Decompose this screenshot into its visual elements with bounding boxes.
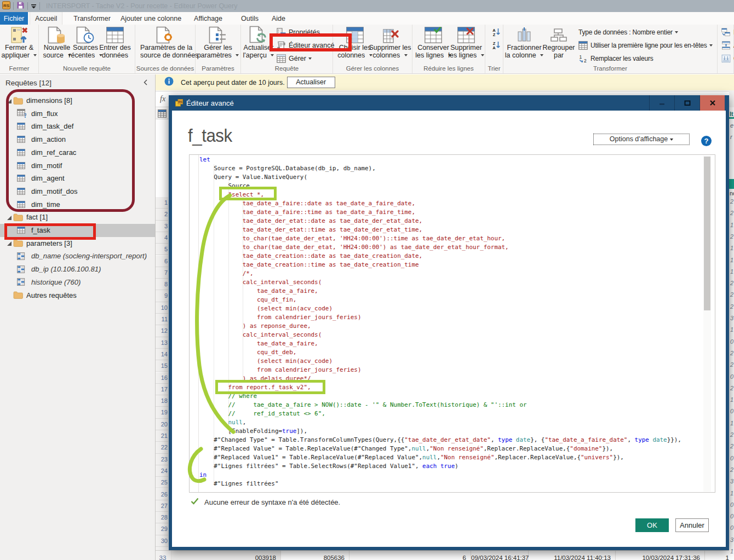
tree-expanded-icon[interactable]: [7, 212, 12, 222]
collapse-pane-icon[interactable]: [143, 78, 148, 87]
grid-cell: 805636: [281, 551, 349, 560]
tree-expanded-icon[interactable]: [7, 238, 12, 248]
menu-tab-affichage[interactable]: Affichage: [189, 12, 227, 25]
ribbon-button-a[interactable]: A: [721, 40, 734, 51]
grid-row-number: 6: [156, 256, 168, 267]
ribbon-button-type-de-données-nombre-entier[interactable]: Type de données : Nombre entier: [578, 27, 678, 38]
info-icon: [164, 77, 174, 88]
query-item-dim-ref-carac[interactable]: dim_ref_carac: [0, 146, 155, 159]
query-item-db-name-socleng-intersport-report[interactable]: db_name (socleng-intersport_report): [0, 250, 155, 263]
grid-row-number: 3: [156, 221, 168, 232]
code-editor-scrollbar[interactable]: [703, 155, 711, 492]
ribbon-button-utiliser-la-première-ligne-pour-les-en-têtes[interactable]: Utiliser la première ligne pour les en-t…: [578, 40, 713, 51]
grid-row-number: 8: [156, 279, 168, 290]
query-item-autres-requ-tes[interactable]: Autres requêtes: [0, 288, 155, 302]
menu-tab-aide[interactable]: Aide: [267, 12, 290, 25]
power-query-editor-window: RS INTERSPORT - Tache V2 - Pour recette …: [0, 0, 734, 560]
menu-tab-outils[interactable]: Outils: [236, 12, 263, 25]
grid-bottom-row: 33003918805636609/03/2024 16:41:3711/03/…: [156, 550, 734, 560]
grid-cell: 6: [349, 551, 471, 560]
ribbon-button-supprimer-les-lignes[interactable]: Supprimerles lignes: [441, 26, 491, 59]
ribbon-button-paramètres-de-la-source-de-données[interactable]: Paramètres de lasource de données: [140, 26, 191, 59]
queries-pane: Requêtes [12] dimensions [8]?dim_fluxdim…: [0, 74, 156, 560]
menu-tab-ajouter-une-colonne[interactable]: Ajouter une colonne: [116, 12, 186, 25]
query-item-label: parameters [3]: [26, 239, 72, 247]
ribbon-button-c[interactable]: C: [721, 53, 734, 64]
grid-row-number: 2: [156, 209, 168, 220]
parameter-icon: [17, 252, 25, 260]
menu-tab-accueil[interactable]: Accueil: [30, 12, 62, 25]
ribbon-group-requ-te: RequêteActualiserl'aperçu PropriétésÉdit…: [241, 25, 333, 73]
cancel-button[interactable]: Annuler: [675, 518, 709, 532]
svg-text:?: ?: [24, 112, 26, 118]
code-line: from calendrier_jours_feries): [199, 366, 681, 374]
ribbon-button-regrouper-par[interactable]: Regrouperpar: [534, 26, 584, 59]
scrollbar-thumb[interactable]: [704, 157, 710, 310]
dialog-maximize-button[interactable]: [674, 95, 699, 111]
display-options-dropdown[interactable]: Options d'affichage: [593, 134, 690, 145]
query-item-label: db_ip (10.106.100.81): [31, 265, 101, 273]
grid-row-number: 26: [156, 489, 168, 500]
ribbon-button-gérer[interactable]: Gérer: [277, 53, 312, 64]
table-icon: [17, 149, 25, 156]
query-item-dimensions-8[interactable]: dimensions [8]: [0, 94, 155, 107]
quick-access-toolbar-caret-icon[interactable]: [31, 1, 37, 11]
folder-icon: [13, 239, 23, 247]
data-source-settings-icon: [140, 26, 191, 44]
svg-text:2: 2: [584, 58, 587, 63]
ribbon-button-label: Remplacer les valeurs: [590, 55, 653, 62]
table-icon: [17, 123, 25, 130]
chevron-down-icon: [709, 44, 713, 47]
menubar: FichierAccueilTransformerAjouter une col…: [0, 12, 734, 25]
grid-row-number: 15: [156, 360, 168, 372]
query-item-historique-760[interactable]: historique (760): [0, 275, 155, 288]
query-item-fact-1[interactable]: fact [1]: [0, 211, 155, 224]
query-item-dim-action[interactable]: dim_action: [0, 133, 155, 146]
ribbon-group-caption: Requête: [241, 65, 332, 72]
query-item-f-task[interactable]: f_task: [0, 224, 155, 237]
ribbon-button-éditeur-avancé[interactable]: Éditeur avancé: [277, 40, 334, 51]
table-corner-icon: [158, 109, 167, 120]
tree-expanded-icon[interactable]: [7, 96, 12, 106]
ribbon-button-entrer-des-données[interactable]: Entrer desdonnées: [90, 26, 140, 59]
grid-cell-fragment: r: [730, 134, 732, 140]
refresh-preview-button[interactable]: Actualiser: [287, 77, 335, 88]
menu-tab-fichier[interactable]: Fichier: [0, 12, 28, 25]
query-item-dim-task-def[interactable]: dim_task_def: [0, 120, 155, 133]
grid-cell: 10/03/2024 17:31:36: [616, 551, 705, 560]
query-item-label: db_name (socleng-intersport_report): [31, 252, 147, 260]
code-line: tae_date_a_faire,: [199, 287, 681, 296]
ribbon-button-label: Utiliser la première ligne pour les en-t…: [590, 42, 707, 49]
code-line: tae_date_creation::time as tae_date_crea…: [199, 261, 681, 269]
query-item-db-ip-10-106-100-81[interactable]: db_ip (10.106.100.81): [0, 263, 155, 276]
ribbon-button-f[interactable]: F: [721, 27, 734, 38]
ribbon-button-remplacer-les-valeurs[interactable]: 12Remplacer les valeurs: [578, 53, 653, 64]
help-icon[interactable]: ?: [701, 136, 712, 146]
window-titlebar: RS INTERSPORT - Tache V2 - Pour recette …: [0, 0, 734, 12]
code-editor[interactable]: let Source = PostgreSQL.Database(db_ip, …: [189, 154, 715, 493]
ribbon-button-propriétés[interactable]: Propriétés: [277, 27, 320, 38]
grid-row-number: 4: [156, 232, 168, 244]
query-item-parameters-3[interactable]: parameters [3]: [0, 236, 155, 250]
ok-button[interactable]: OK: [635, 518, 669, 532]
save-icon[interactable]: [16, 1, 25, 11]
svg-text:1: 1: [579, 54, 582, 60]
dialog-minimize-button[interactable]: [649, 95, 674, 111]
query-item-dim-motif[interactable]: dim_motif: [0, 159, 155, 172]
syntax-status: Aucune erreur de syntaxe n'a été détecté…: [191, 497, 340, 507]
merge-queries-icon: [721, 28, 731, 37]
query-item-dim-motif-dos[interactable]: dim_motif_dos: [0, 184, 155, 198]
append-queries-icon: [721, 41, 731, 50]
query-item-dim-time[interactable]: dim_time: [0, 198, 155, 211]
grid-cell-fragment: 2: [730, 466, 733, 473]
query-item-dim-agent[interactable]: dim_agent: [0, 172, 155, 185]
grid-cell-fragment: 2: [730, 431, 733, 438]
menu-tab-transformer[interactable]: Transformer: [68, 12, 116, 25]
code-line: from calendrier_jours_feries): [199, 313, 681, 322]
query-item-dim-flux[interactable]: ?dim_flux: [0, 107, 155, 120]
ribbon-button-label: Supprimerles lignes: [441, 44, 491, 59]
ribbon-button-label: Type de données : Nombre entier: [578, 28, 673, 36]
ribbon-group-sources-de-donn-es: Sources de donnéesParamètres de lasource…: [135, 25, 196, 73]
dialog-close-button[interactable]: [699, 95, 725, 111]
grid-cell-fragment: 2: [730, 210, 733, 216]
